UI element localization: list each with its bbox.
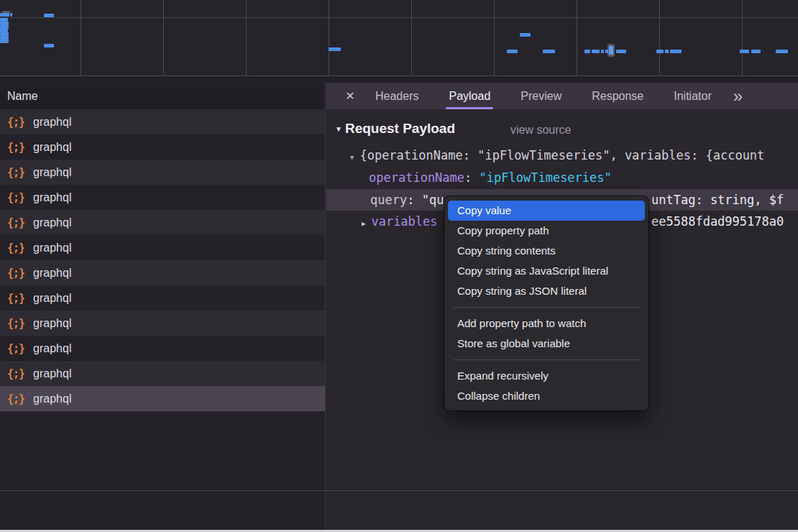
json-resource-icon: {;} bbox=[7, 116, 24, 129]
request-row[interactable]: {;}graphql bbox=[0, 185, 325, 210]
timeline-bar bbox=[776, 50, 788, 53]
timeline-bar bbox=[0, 40, 9, 43]
request-row[interactable]: {;}graphql bbox=[0, 134, 325, 160]
payload-preview-row[interactable]: ▼{operationName: "ipFlowTimeseries", var… bbox=[350, 148, 764, 162]
json-key: operationName bbox=[369, 170, 464, 185]
request-name-label: graphql bbox=[33, 141, 71, 154]
menu-item-add-property-path-to-watch[interactable]: Add property path to watch bbox=[448, 313, 645, 334]
request-payload-section[interactable]: ▼ Request Payload bbox=[335, 121, 455, 137]
timeline-bar bbox=[601, 50, 604, 53]
overview-gridline bbox=[411, 0, 412, 75]
json-resource-icon: {;} bbox=[7, 317, 24, 330]
context-menu: Copy valueCopy property pathCopy string … bbox=[444, 196, 648, 411]
details-tabbar: ✕ HeadersPayloadPreviewResponseInitiator… bbox=[326, 83, 798, 109]
timeline-bar bbox=[665, 50, 669, 53]
menu-item-copy-string-as-javascript-literal[interactable]: Copy string as JavaScript literal bbox=[448, 261, 645, 281]
timeline-bar bbox=[592, 50, 600, 53]
operation-name-row[interactable]: operationName: "ipFlowTimeseries" bbox=[369, 170, 612, 185]
json-resource-icon: {;} bbox=[7, 292, 24, 305]
query-row[interactable]: query: "qu bbox=[370, 193, 444, 207]
menu-separator bbox=[454, 307, 639, 308]
json-resource-icon: {;} bbox=[7, 267, 24, 280]
request-name-label: graphql bbox=[33, 191, 71, 204]
menu-item-collapse-children[interactable]: Collapse children bbox=[448, 386, 645, 406]
menu-item-copy-value[interactable]: Copy value bbox=[448, 201, 645, 221]
name-column-header[interactable]: Name bbox=[0, 83, 326, 109]
tab-response[interactable]: Response bbox=[592, 83, 643, 109]
request-name-label: graphql bbox=[33, 216, 71, 229]
json-resource-icon: {;} bbox=[7, 393, 24, 405]
request-row[interactable]: {;}graphql bbox=[0, 109, 325, 134]
view-source-link[interactable]: view source bbox=[510, 124, 571, 137]
menu-item-copy-string-as-json-literal[interactable]: Copy string as JSON literal bbox=[448, 281, 645, 301]
tab-initiator[interactable]: Initiator bbox=[674, 83, 711, 109]
timeline-bar bbox=[670, 50, 682, 53]
request-name-label: graphql bbox=[33, 166, 71, 179]
request-row[interactable]: {;}graphql bbox=[0, 235, 325, 260]
timeline-bar bbox=[329, 47, 341, 51]
status-footer bbox=[0, 490, 798, 530]
json-resource-icon: {;} bbox=[7, 242, 24, 254]
timeline-hover-marker bbox=[607, 44, 615, 57]
json-key: variables bbox=[371, 214, 437, 229]
variables-row[interactable]: ▶variables bbox=[362, 214, 438, 229]
timeline-bar bbox=[44, 14, 54, 17]
overview-gridline bbox=[742, 0, 743, 75]
tab-label: Headers bbox=[375, 90, 418, 103]
menu-item-expand-recursively[interactable]: Expand recursively bbox=[448, 366, 645, 386]
section-disclosure-triangle[interactable]: ▼ bbox=[335, 125, 342, 133]
overview-lane-divider bbox=[0, 17, 798, 18]
timeline-bar bbox=[520, 33, 531, 37]
close-panel-button[interactable]: ✕ bbox=[344, 83, 357, 109]
request-row[interactable]: {;}graphql bbox=[0, 160, 325, 185]
timeline-bar bbox=[740, 50, 749, 53]
tabs-container: HeadersPayloadPreviewResponseInitiator bbox=[375, 83, 712, 109]
footer-left bbox=[0, 491, 326, 531]
menu-item-copy-string-contents[interactable]: Copy string contents bbox=[448, 241, 645, 261]
request-name-label: graphql bbox=[33, 292, 71, 305]
json-value-fragment-left: : "qu bbox=[407, 193, 444, 207]
request-list: {;}graphql{;}graphql{;}graphql{;}graphql… bbox=[0, 109, 326, 490]
menu-item-copy-property-path[interactable]: Copy property path bbox=[448, 221, 645, 241]
json-resource-icon: {;} bbox=[7, 141, 24, 154]
json-string-value: "ipFlowTimeseries" bbox=[480, 170, 612, 185]
request-row[interactable]: {;}graphql bbox=[0, 361, 325, 386]
json-resource-icon: {;} bbox=[7, 191, 24, 204]
more-tabs-button[interactable]: » bbox=[733, 84, 743, 109]
request-name-label: graphql bbox=[33, 317, 71, 330]
timeline-bar bbox=[751, 50, 761, 53]
name-column-label: Name bbox=[7, 90, 38, 103]
network-overview[interactable] bbox=[0, 0, 798, 76]
tab-preview[interactable]: Preview bbox=[520, 83, 561, 109]
tab-label: Payload bbox=[449, 90, 490, 103]
request-row[interactable]: {;}graphql bbox=[0, 260, 325, 285]
tab-label: Response bbox=[592, 90, 643, 103]
tab-headers[interactable]: Headers bbox=[375, 83, 418, 109]
request-row[interactable]: {;}graphql bbox=[0, 285, 325, 311]
devtools-window: Name ✕ HeadersPayloadPreviewResponseInit… bbox=[0, 0, 798, 532]
variables-value-fragment: ee5588fdad995178a0 bbox=[651, 214, 784, 229]
request-row[interactable]: {;}graphql bbox=[0, 386, 325, 411]
timeline-bar bbox=[656, 50, 664, 53]
request-name-label: graphql bbox=[33, 116, 71, 129]
menu-item-store-as-global-variable[interactable]: Store as global variable bbox=[448, 334, 645, 354]
timeline-bar bbox=[0, 13, 9, 17]
collapse-triangle-icon[interactable]: ▶ bbox=[362, 220, 365, 227]
request-name-label: graphql bbox=[33, 342, 71, 355]
overview-bottom-strip bbox=[0, 77, 798, 83]
json-resource-icon: {;} bbox=[7, 166, 24, 179]
overview-gridline bbox=[246, 0, 247, 75]
tab-label: Preview bbox=[520, 90, 561, 103]
overview-gridline bbox=[494, 0, 495, 75]
request-row[interactable]: {;}graphql bbox=[0, 210, 325, 235]
timeline-bar bbox=[10, 13, 12, 17]
tab-payload[interactable]: Payload bbox=[449, 83, 490, 109]
overview-gridline bbox=[81, 0, 81, 75]
timeline-bar bbox=[543, 50, 555, 53]
disclosure-triangle-icon[interactable]: ▼ bbox=[350, 154, 354, 161]
timeline-bar bbox=[616, 50, 626, 53]
request-row[interactable]: {;}graphql bbox=[0, 311, 325, 336]
request-row[interactable]: {;}graphql bbox=[0, 336, 325, 361]
overview-gridline bbox=[163, 0, 164, 75]
request-name-label: graphql bbox=[33, 242, 71, 254]
